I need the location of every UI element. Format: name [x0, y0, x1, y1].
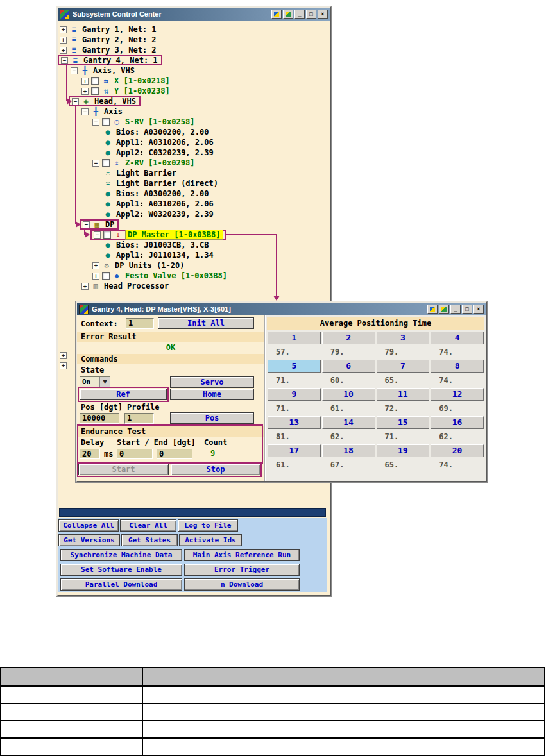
maximize-button[interactable]: □: [306, 10, 316, 19]
expand-minus-icon[interactable]: −: [72, 98, 79, 105]
apt-header-cell[interactable]: 20: [431, 444, 484, 457]
tree-item-dp-master[interactable]: −↓DP Master [1-0x03B8]: [58, 230, 330, 240]
pos-button[interactable]: Pos: [170, 412, 254, 424]
expand-plus-icon[interactable]: +: [92, 273, 99, 280]
apt-header-cell[interactable]: 10: [322, 388, 375, 401]
expand-minus-icon[interactable]: −: [94, 231, 101, 239]
apt-header-cell[interactable]: 15: [377, 416, 430, 429]
apt-header-cell[interactable]: 14: [322, 416, 375, 429]
expand-plus-icon[interactable]: +: [81, 78, 89, 85]
apt-header-cell[interactable]: 4: [431, 332, 484, 344]
expand-plus-icon[interactable]: +: [81, 88, 89, 95]
minimize-button[interactable]: _: [294, 10, 305, 19]
tree-item-head-processor[interactable]: +▥Head Processor: [58, 281, 330, 291]
maximize-button[interactable]: □: [462, 305, 472, 314]
parallel-download-button[interactable]: Parallel Download: [60, 578, 182, 591]
apt-header-cell[interactable]: 8: [431, 360, 484, 373]
expand-plus-icon[interactable]: +: [60, 26, 67, 33]
apt-header-cell[interactable]: 18: [322, 444, 375, 457]
collapse-all-button[interactable]: Collapse All: [58, 519, 119, 532]
tree-item-s-rv[interactable]: −◷S-RV [1-0x0258]: [58, 117, 330, 127]
apt-header-cell[interactable]: 11: [377, 388, 430, 401]
chevron-down-icon[interactable]: ▼: [99, 377, 110, 387]
tree-item-light-barrier-direct[interactable]: ≍Light Barrier (direct): [58, 178, 330, 189]
apt-header-cell[interactable]: 13: [268, 416, 321, 429]
apt-header-cell[interactable]: 12: [431, 388, 484, 401]
titlebar-tool-icon-1[interactable]: [271, 10, 282, 19]
tree-item-appl1[interactable]: ●Appl1: A0310206, 2.06: [58, 137, 330, 147]
context-input[interactable]: 1: [126, 318, 154, 329]
tree-item-gantry-3[interactable]: +≣Gantry 3, Net: 2: [58, 45, 330, 55]
main-titlebar[interactable]: Subsystem Control Center _ □ ×: [58, 8, 330, 21]
log-to-file-button[interactable]: Log to File: [178, 519, 238, 532]
apt-header-cell[interactable]: 9: [268, 388, 321, 401]
apt-header-cell[interactable]: 1: [268, 332, 321, 344]
expand-minus-icon[interactable]: −: [71, 67, 78, 74]
tree-item-bios[interactable]: ●Bios: J01003CB, 3.CB: [58, 240, 330, 250]
titlebar-tool-icon-2[interactable]: [439, 305, 449, 314]
tree-item-bios[interactable]: ●Bios: A0300200, 2.00: [58, 189, 330, 199]
expand-minus-icon[interactable]: −: [92, 160, 99, 167]
start-button[interactable]: Start: [78, 464, 169, 475]
error-trigger-button[interactable]: Error Trigger: [184, 564, 300, 576]
end-input[interactable]: 0: [157, 449, 192, 459]
expand-minus-icon[interactable]: −: [81, 108, 89, 115]
tree-item-appl2[interactable]: ●Appl2: C0320239, 2.39: [58, 147, 330, 158]
expand-minus-icon[interactable]: −: [92, 119, 99, 126]
start-input[interactable]: 0: [117, 449, 153, 459]
checkbox[interactable]: [102, 272, 110, 280]
checkbox[interactable]: [103, 231, 111, 239]
get-versions-button[interactable]: Get Versions: [58, 534, 120, 546]
tree-item-z-rv[interactable]: −↕Z-RV [1-0x0298]: [58, 158, 330, 168]
apt-header-cell[interactable]: 2: [322, 332, 375, 344]
n-download-button[interactable]: n Download: [184, 578, 300, 591]
expand-plus-icon[interactable]: +: [60, 47, 67, 54]
tree-item-axis[interactable]: −╋Axis: [58, 106, 330, 117]
tree-item-head-vhs[interactable]: −◈Head, VHS: [58, 96, 330, 106]
checkbox[interactable]: [91, 77, 99, 85]
checkbox[interactable]: [91, 87, 99, 95]
home-button[interactable]: Home: [170, 389, 254, 400]
expand-plus-icon[interactable]: +: [81, 283, 89, 290]
tree-item-appl1[interactable]: ●Appl1: J0110134, 1.34: [58, 250, 330, 260]
tree-item-gantry-1[interactable]: +≣Gantry 1, Net: 1: [58, 24, 330, 35]
tree-item-bios[interactable]: ●Bios: A0300200, 2.00: [58, 127, 330, 137]
tree-item-gantry-2[interactable]: +≣Gantry 2, Net: 2: [58, 35, 330, 45]
clear-all-button[interactable]: Clear All: [120, 519, 176, 532]
ref-button[interactable]: Ref: [80, 389, 167, 400]
apt-header-cell[interactable]: 16: [431, 416, 484, 429]
expand-plus-icon[interactable]: +: [60, 37, 67, 44]
apt-header-cell[interactable]: 3: [377, 332, 430, 344]
tree-item-light-barrier[interactable]: ≍Light Barrier: [58, 168, 330, 178]
state-dropdown[interactable]: On ▼: [80, 376, 110, 388]
close-button[interactable]: ×: [473, 305, 484, 314]
profile-input[interactable]: 1: [124, 413, 154, 424]
activate-ids-button[interactable]: Activate Ids: [179, 534, 242, 546]
tree-item-x-axis[interactable]: +⇆X [1-0x0218]: [58, 76, 330, 86]
set-software-enable-button[interactable]: Set Software Enable: [60, 564, 182, 576]
expand-plus-icon[interactable]: +: [92, 262, 99, 269]
synchronize-machine-data-button[interactable]: Synchronize Machine Data: [60, 549, 182, 561]
close-button[interactable]: ×: [318, 10, 328, 19]
apt-header-cell[interactable]: 17: [268, 444, 321, 457]
apt-header-cell[interactable]: 19: [377, 444, 430, 457]
tree-item-dp[interactable]: −▦DP: [58, 219, 330, 230]
titlebar-tool-icon-1[interactable]: [427, 305, 438, 314]
tree-item-festo-valve[interactable]: +◆Festo Valve [1-0x03B8]: [58, 271, 330, 281]
get-states-button[interactable]: Get States: [121, 534, 178, 546]
tree-item-appl1[interactable]: ●Appl1: A0310206, 2.06: [58, 199, 330, 209]
tree-item-dp-units[interactable]: +⚙DP Units (1-20): [58, 260, 330, 271]
apt-header-cell[interactable]: 6: [322, 360, 375, 373]
expand-plus-icon[interactable]: +: [60, 362, 67, 369]
checkbox[interactable]: [102, 159, 110, 167]
dialog-titlebar[interactable]: Gantry 4, Head: DP Master[VHS], X-3[601]…: [77, 303, 486, 315]
init-all-button[interactable]: Init All: [158, 317, 254, 329]
checkbox[interactable]: [102, 118, 110, 126]
pos-input[interactable]: 10000: [80, 413, 119, 424]
tree-item-appl2[interactable]: ●Appl2: W0320239, 2.39: [58, 209, 330, 219]
expand-plus-icon[interactable]: +: [60, 352, 67, 359]
expand-minus-icon[interactable]: −: [83, 221, 90, 228]
stop-button[interactable]: Stop: [171, 464, 260, 475]
main-axis-reference-run-button[interactable]: Main Axis Reference Run: [184, 549, 300, 561]
servo-button[interactable]: Servo: [170, 376, 254, 388]
